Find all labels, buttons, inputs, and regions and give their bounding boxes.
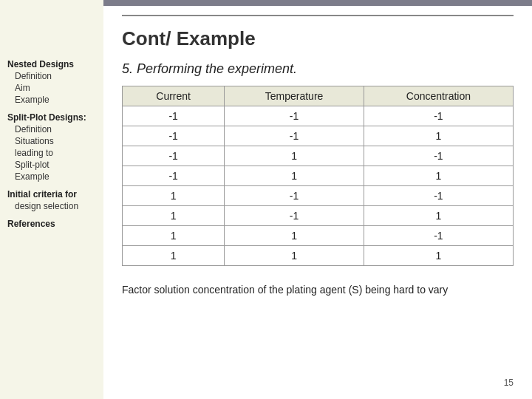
sidebar-group-nested: Nested Designs Definition Aim Example: [7, 59, 96, 105]
table-cell: -1: [225, 206, 364, 226]
sidebar-group-title-references[interactable]: References: [7, 219, 96, 229]
table-cell: -1: [364, 186, 513, 206]
sidebar-group-splitplot: Split-Plot Designs: Definition Situation…: [7, 112, 96, 182]
table-cell: -1: [225, 186, 364, 206]
table-cell: 1: [123, 226, 225, 246]
footer-text: Factor solution concentration of the pla…: [122, 283, 514, 298]
table-row: -1-1-1: [123, 106, 514, 126]
table-cell: 1: [225, 146, 364, 166]
sidebar-group-title-nested[interactable]: Nested Designs: [7, 59, 96, 69]
table-cell: 1: [225, 246, 364, 266]
sidebar-group-references: References: [7, 219, 96, 229]
table-cell: 1: [364, 126, 513, 146]
sidebar-group-initial: Initial criteria for design selection: [7, 189, 96, 211]
table-cell: 1: [364, 166, 513, 186]
col-header-concentration: Concentration: [364, 86, 513, 106]
table-cell: 1: [225, 166, 364, 186]
table-cell: -1: [123, 126, 225, 146]
col-header-current: Current: [123, 86, 225, 106]
page-number: 15: [122, 378, 514, 388]
sidebar-item-splitplot-splitplot[interactable]: Split-plot: [7, 160, 96, 170]
top-accent-bar: [103, 0, 532, 6]
sidebar-item-splitplot-example[interactable]: Example: [7, 171, 96, 182]
table-cell: 1: [364, 206, 513, 226]
table-cell: -1: [225, 106, 364, 126]
sidebar-item-nested-definition[interactable]: Definition: [7, 71, 96, 81]
table-cell: 1: [225, 226, 364, 246]
table-row: 111: [123, 246, 514, 266]
sidebar-item-splitplot-situations[interactable]: Situations: [7, 136, 96, 146]
table-row: 1-1-1: [123, 186, 514, 206]
col-header-temperature: Temperature: [225, 86, 364, 106]
table-cell: -1: [364, 226, 513, 246]
sidebar-item-nested-example[interactable]: Example: [7, 95, 96, 105]
table-cell: -1: [123, 146, 225, 166]
sidebar: Nested Designs Definition Aim Example Sp…: [0, 0, 103, 399]
sidebar-group-title-splitplot[interactable]: Split-Plot Designs:: [7, 112, 96, 123]
table-cell: 1: [123, 186, 225, 206]
table-cell: 1: [123, 246, 225, 266]
table-cell: 1: [123, 206, 225, 226]
section-heading: 5. Performing the experiment.: [122, 61, 514, 77]
sidebar-item-splitplot-leading-to[interactable]: leading to: [7, 148, 96, 158]
sidebar-item-nested-aim[interactable]: Aim: [7, 83, 96, 93]
table-row: -1-11: [123, 126, 514, 146]
sidebar-item-splitplot-definition[interactable]: Definition: [7, 124, 96, 134]
table-row: -11-1: [123, 146, 514, 166]
table-row: 1-11: [123, 206, 514, 226]
sidebar-group-title-initial: Initial criteria for: [7, 189, 96, 200]
table-cell: -1: [225, 126, 364, 146]
page-title: Cont/ Example: [122, 27, 514, 50]
table-cell: -1: [364, 146, 513, 166]
table-row: -111: [123, 166, 514, 186]
table-cell: -1: [364, 106, 513, 126]
sidebar-item-design-selection[interactable]: design selection: [7, 201, 96, 211]
main-content: Cont/ Example 5. Performing the experime…: [103, 0, 532, 399]
table-row: 11-1: [123, 226, 514, 246]
table-cell: -1: [123, 106, 225, 126]
table-cell: -1: [123, 166, 225, 186]
experiment-table: Current Temperature Concentration -1-1-1…: [122, 86, 514, 266]
divider: [122, 15, 514, 16]
table-cell: 1: [364, 246, 513, 266]
